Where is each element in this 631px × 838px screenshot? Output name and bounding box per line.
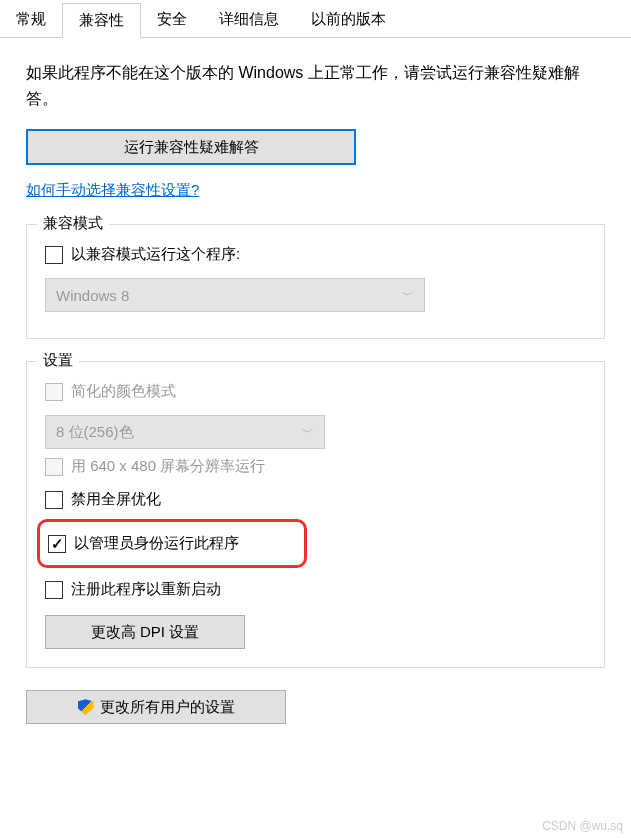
run-troubleshooter-button[interactable]: 运行兼容性疑难解答 (26, 129, 356, 165)
manual-settings-link[interactable]: 如何手动选择兼容性设置? (26, 181, 199, 200)
compatibility-mode-group: 兼容模式 以兼容模式运行这个程序: Windows 8 ﹀ (26, 224, 605, 339)
register-restart-label: 注册此程序以重新启动 (71, 580, 221, 599)
group-title: 兼容模式 (37, 214, 109, 233)
tab-bar: 常规 兼容性 安全 详细信息 以前的版本 (0, 0, 631, 38)
watermark-text: CSDN @wu.sq (542, 819, 623, 833)
run-640x480-label: 用 640 x 480 屏幕分辨率运行 (71, 457, 265, 476)
group-title: 设置 (37, 351, 79, 370)
tab-content: 如果此程序不能在这个版本的 Windows 上正常工作，请尝试运行兼容性疑难解答… (0, 38, 631, 736)
dropdown-value: 8 位(256)色 (56, 423, 134, 442)
chevron-down-icon: ﹀ (402, 287, 414, 304)
run-as-admin-label: 以管理员身份运行此程序 (74, 534, 239, 553)
tab-compatibility[interactable]: 兼容性 (62, 3, 141, 38)
tab-general[interactable]: 常规 (0, 3, 62, 38)
register-restart-checkbox[interactable] (45, 581, 63, 599)
disable-fullscreen-checkbox[interactable] (45, 491, 63, 509)
change-dpi-button[interactable]: 更改高 DPI 设置 (45, 615, 245, 649)
chevron-down-icon: ﹀ (302, 424, 314, 441)
tab-previous-versions[interactable]: 以前的版本 (295, 3, 402, 38)
run-as-admin-checkbox[interactable] (48, 535, 66, 553)
settings-group: 设置 简化的颜色模式 8 位(256)色 ﹀ 用 640 x 480 屏幕分辨率… (26, 361, 605, 668)
compat-mode-label: 以兼容模式运行这个程序: (71, 245, 240, 264)
button-label: 更改所有用户的设置 (100, 698, 235, 717)
shield-icon (78, 699, 94, 715)
intro-text: 如果此程序不能在这个版本的 Windows 上正常工作，请尝试运行兼容性疑难解答… (26, 60, 605, 111)
disable-fullscreen-label: 禁用全屏优化 (71, 490, 161, 509)
reduced-color-checkbox (45, 383, 63, 401)
change-all-users-button[interactable]: 更改所有用户的设置 (26, 690, 286, 724)
tab-security[interactable]: 安全 (141, 3, 203, 38)
compat-mode-dropdown: Windows 8 ﹀ (45, 278, 425, 312)
compat-mode-checkbox[interactable] (45, 246, 63, 264)
highlight-annotation: 以管理员身份运行此程序 (37, 519, 307, 568)
color-mode-dropdown: 8 位(256)色 ﹀ (45, 415, 325, 449)
run-640x480-checkbox (45, 458, 63, 476)
dropdown-value: Windows 8 (56, 287, 129, 304)
reduced-color-label: 简化的颜色模式 (71, 382, 176, 401)
tab-details[interactable]: 详细信息 (203, 3, 295, 38)
